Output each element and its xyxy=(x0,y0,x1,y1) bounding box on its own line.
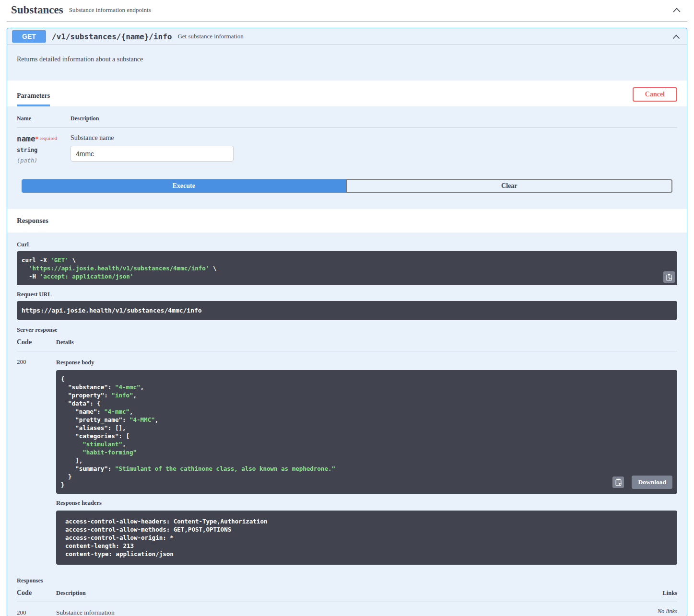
col-header-code: Code xyxy=(17,338,56,346)
server-response-table-head: Code Details xyxy=(17,338,677,346)
swagger-page: Substances Substance information endpoin… xyxy=(0,0,694,616)
response-body-block: { "substance": "4-mmc", "property": "inf… xyxy=(56,370,677,494)
param-description: Substance name xyxy=(71,134,234,142)
section-subtitle: Substance information endpoints xyxy=(69,6,151,14)
response-description: Substance information xyxy=(56,608,658,616)
response-headers-block: access-control-allow-headers: Content-Ty… xyxy=(56,511,677,565)
responses-table-row: 200 Substance information No links xyxy=(17,608,677,616)
col-header-links: Links xyxy=(662,590,677,597)
response-code: 200 xyxy=(17,608,56,616)
curl-command: curl -X 'GET' \ 'https://api.josie.healt… xyxy=(22,256,672,280)
responses-body: Curl curl -X 'GET' \ 'https://api.josie.… xyxy=(7,232,687,616)
col-header-description: Description xyxy=(56,590,662,597)
request-url-block: https://api.josie.health/v1/substances/4… xyxy=(17,301,677,320)
execute-button[interactable]: Execute xyxy=(22,179,346,193)
col-header-code: Code xyxy=(17,589,56,597)
responses-table-head: Code Description Links xyxy=(17,589,677,597)
server-response-row: 200 Response body { "substance": "4-mmc"… xyxy=(17,357,677,570)
execute-row: Execute Clear xyxy=(22,179,672,193)
param-location: (path) xyxy=(17,157,71,164)
response-headers-text: access-control-allow-headers: Content-Ty… xyxy=(65,517,672,558)
parameters-table: Name Description name*required string (p… xyxy=(7,106,687,177)
response-body-label: Response body xyxy=(56,359,677,366)
divider xyxy=(17,127,677,128)
endpoint-summary: Get substance information xyxy=(177,33,243,40)
server-response-label: Server response xyxy=(17,326,677,334)
parameters-header-row: Parameters Cancel xyxy=(7,81,687,106)
parameters-table-head: Name Description xyxy=(17,115,677,122)
clipboard-icon xyxy=(615,478,622,486)
request-url-label: Request URL xyxy=(17,291,677,298)
divider xyxy=(17,351,677,351)
col-header-details: Details xyxy=(56,339,677,346)
request-url-value: https://api.josie.health/v1/substances/4… xyxy=(22,306,672,315)
page-title: Substances xyxy=(11,4,63,16)
param-type: string xyxy=(17,147,71,153)
response-body-json: { "substance": "4-mmc", "property": "inf… xyxy=(61,375,672,489)
response-headers-label: Response headers xyxy=(56,500,677,507)
clear-button[interactable]: Clear xyxy=(346,179,673,193)
opblock-get: GET /v1/substances/{name}/info Get subst… xyxy=(7,28,687,616)
chevron-up-icon xyxy=(671,33,681,41)
table-row: name*required string (path) Substance na… xyxy=(17,134,677,164)
endpoint-description: Returns detailed information about a sub… xyxy=(7,45,687,81)
chevron-up-icon xyxy=(671,5,682,15)
clipboard-icon xyxy=(666,274,672,281)
response-body-controls: Download xyxy=(612,476,672,489)
response-code: 200 xyxy=(17,357,56,570)
col-header-description: Description xyxy=(71,115,99,122)
copy-to-clipboard-button[interactable] xyxy=(663,271,675,283)
col-header-name: Name xyxy=(17,115,71,122)
param-value-input[interactable] xyxy=(71,146,234,162)
endpoint-path: /v1/substances/{name}/info xyxy=(52,32,172,41)
copy-to-clipboard-button[interactable] xyxy=(612,477,624,488)
tab-parameters[interactable]: Parameters xyxy=(17,92,50,106)
responses-section-header: Responses xyxy=(7,209,687,232)
opblock-collapse-button[interactable] xyxy=(670,32,682,42)
responses-table-label: Responses xyxy=(17,577,677,584)
response-links: No links xyxy=(658,608,677,616)
divider xyxy=(17,602,677,602)
required-label: required xyxy=(40,135,58,141)
curl-block: curl -X 'GET' \ 'https://api.josie.healt… xyxy=(17,251,677,285)
download-button[interactable]: Download xyxy=(632,476,672,489)
curl-label: Curl xyxy=(17,241,677,248)
cancel-button[interactable]: Cancel xyxy=(633,87,677,102)
tag-section-header: Substances Substance information endpoin… xyxy=(7,0,687,22)
param-name: name*required xyxy=(17,134,71,143)
section-collapse-button[interactable] xyxy=(670,4,683,16)
opblock-summary[interactable]: GET /v1/substances/{name}/info Get subst… xyxy=(7,28,687,45)
method-badge: GET xyxy=(12,30,46,43)
required-asterisk: * xyxy=(35,136,39,143)
